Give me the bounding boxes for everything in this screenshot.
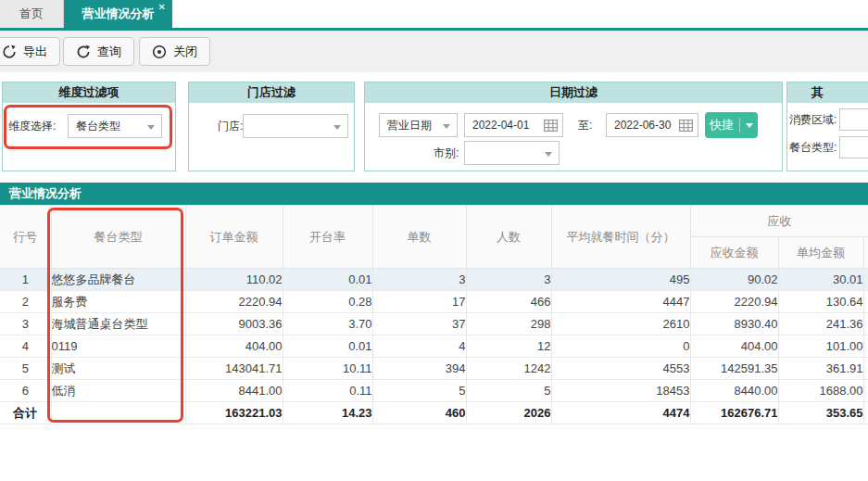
table-cell: 14.23	[283, 402, 372, 424]
analysis-table: 行号 餐台类型 订单金额 开台率 单数 人数 平均就餐时间（分） 应收 应收金额…	[0, 205, 868, 424]
table-cell: 162676.71	[690, 402, 778, 424]
tab-business-analysis[interactable]: 营业情况分析 ✕	[64, 0, 172, 28]
table-cell: 3.70	[283, 313, 372, 335]
col-header-row-number[interactable]: 行号	[0, 206, 51, 269]
table-cell	[863, 335, 868, 358]
table-row[interactable]: 5测试143041.7110.1139412424553142591.35361…	[0, 358, 868, 380]
table-cell: 2220.94	[185, 291, 283, 313]
section-title-bar: 营业情况分析	[0, 183, 868, 205]
quick-date-button[interactable]: 快捷	[705, 112, 758, 138]
consume-area-input[interactable]	[839, 108, 868, 131]
section-title: 营业情况分析	[9, 186, 82, 200]
table-cell: 海城普通桌台类型	[51, 313, 185, 335]
date-panel-title: 日期过滤	[365, 82, 782, 103]
table-cell: 3	[372, 269, 466, 291]
col-header-receivable-amount[interactable]: 应收金额	[690, 237, 778, 269]
table-cell	[863, 402, 868, 424]
quick-date-label: 快捷	[710, 117, 734, 133]
table-type-input[interactable]	[839, 136, 868, 158]
table-cell: 1	[0, 269, 51, 291]
tab-analysis-label: 营业情况分析	[82, 6, 155, 22]
close-button[interactable]: 关闭	[139, 37, 210, 66]
table-cell: 3	[0, 313, 51, 335]
table-cell: 18453	[551, 380, 690, 402]
table-row[interactable]: 6低消8441.000.1155184538440.001688.00	[0, 380, 868, 402]
col-header-guest-count[interactable]: 人数	[466, 206, 551, 269]
table-cell: 12	[466, 335, 551, 358]
chevron-down-icon	[147, 125, 155, 130]
date-type-value: 营业日期	[387, 118, 432, 133]
calendar-icon[interactable]	[544, 120, 558, 134]
store-panel-title: 门店过滤	[189, 82, 354, 103]
table-row[interactable]: 2服务费2220.940.281746644472220.94130.64	[0, 291, 868, 313]
export-button-label: 导出	[23, 44, 47, 60]
table-cell: 4474	[551, 402, 690, 424]
end-date-value: 2022-06-30	[614, 119, 671, 132]
col-header-order-amount[interactable]: 订单金额	[185, 206, 283, 269]
table-cell: 142591.35	[690, 358, 778, 380]
dimension-select[interactable]: 餐台类型	[68, 114, 162, 138]
table-cell: 3	[466, 269, 551, 291]
shift-select-label: 市别:	[434, 141, 459, 165]
table-row[interactable]: 40119404.000.014120404.00101.00	[0, 335, 868, 358]
table-cell: 合计	[0, 402, 51, 424]
table-cell: 0.01	[283, 269, 372, 291]
table-cell: 394	[372, 358, 466, 380]
divider	[739, 118, 740, 133]
chevron-down-icon	[746, 123, 753, 128]
col-header-receivable-group: 应收	[690, 206, 868, 237]
col-header-per-order-amount[interactable]: 单均金额	[778, 237, 863, 269]
table-total-row[interactable]: 合计163221.0314.2346020264474162676.71353.…	[0, 402, 868, 424]
table-cell	[863, 380, 868, 402]
dimension-panel-title: 维度过滤项	[3, 82, 175, 103]
chevron-down-icon	[333, 125, 341, 130]
analysis-table-body: 1悠悠多品牌餐台110.020.013349590.0230.012服务费222…	[0, 269, 868, 424]
table-cell: 2610	[551, 313, 690, 335]
table-cell: 10.11	[283, 358, 372, 380]
export-icon	[2, 44, 17, 59]
date-filter-panel: 日期过滤 营业日期 2022-04-01 至: 2022-06-30 快捷 市别…	[364, 82, 783, 171]
table-cell: 37	[372, 313, 466, 335]
table-cell: 90.02	[690, 269, 778, 291]
table-cell: 6	[0, 380, 51, 402]
table-cell: 466	[466, 291, 551, 313]
col-header-order-count[interactable]: 单数	[372, 206, 466, 269]
store-select[interactable]	[243, 114, 348, 138]
toolbar: 导出 查询 关闭	[0, 31, 868, 72]
start-date-input[interactable]: 2022-04-01	[464, 113, 563, 137]
date-type-select[interactable]: 营业日期	[379, 113, 458, 137]
table-cell	[51, 402, 185, 424]
table-cell: 404.00	[185, 335, 283, 358]
table-cell: 8441.00	[185, 380, 283, 402]
table-type-label: 餐台类型:	[789, 136, 837, 158]
other-panel-title: 其	[787, 82, 868, 103]
table-cell: 101.00	[778, 335, 863, 358]
table-cell: 0.01	[283, 335, 372, 358]
end-date-input[interactable]: 2022-06-30	[606, 113, 698, 137]
export-button[interactable]: 导出	[0, 37, 60, 66]
table-cell	[863, 358, 868, 380]
calendar-icon[interactable]	[679, 120, 693, 134]
table-cell: 30.01	[778, 269, 863, 291]
table-cell: 8440.00	[690, 380, 778, 402]
table-cell: 1242	[466, 358, 551, 380]
col-header-avg-dining-time[interactable]: 平均就餐时间（分）	[551, 206, 690, 269]
tab-home-label: 首页	[19, 6, 44, 22]
col-header-table-type[interactable]: 餐台类型	[51, 206, 185, 269]
table-cell: 460	[372, 402, 466, 424]
table-cell: 2026	[466, 402, 551, 424]
query-button[interactable]: 查询	[63, 37, 134, 66]
col-header-open-rate[interactable]: 开台率	[283, 206, 372, 269]
tab-home[interactable]: 首页	[0, 0, 64, 28]
table-row[interactable]: 1悠悠多品牌餐台110.020.013349590.0230.01	[0, 269, 868, 291]
date-to-label: 至:	[578, 113, 592, 137]
table-cell: 495	[551, 269, 690, 291]
store-filter-panel: 门店过滤 门店:	[188, 82, 355, 171]
chevron-down-icon	[443, 124, 450, 129]
shift-select[interactable]	[464, 141, 560, 165]
table-cell: 2220.94	[690, 291, 778, 313]
tab-close-icon[interactable]: ✕	[158, 3, 166, 12]
table-cell: 8930.40	[690, 313, 778, 335]
table-cell: 298	[466, 313, 551, 335]
table-row[interactable]: 3海城普通桌台类型9003.363.703729826108930.40241.…	[0, 313, 868, 335]
